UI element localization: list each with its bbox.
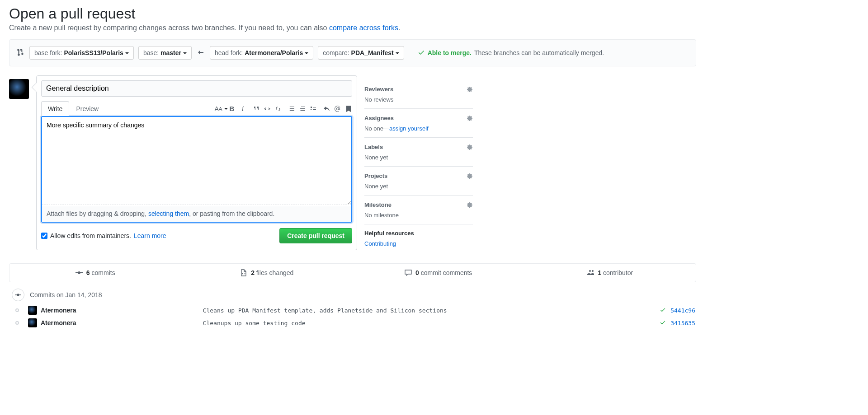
base-fork-select[interactable]: base fork: PolarisSS13/Polaris [29, 46, 134, 60]
page-container: Open a pull request Create a new pull re… [0, 5, 705, 338]
check-icon[interactable] [660, 319, 666, 327]
projects-title: Projects [364, 173, 387, 179]
description-wrap: Attach files by dragging & dropping, sel… [41, 116, 352, 223]
editor-tabbar: Write Preview AA B i [37, 101, 357, 116]
editor-tabs: Write Preview [41, 101, 105, 116]
compare-forks-link[interactable]: compare across forks [329, 24, 398, 32]
files-label: files changed [256, 269, 294, 276]
contrib-count: 1 [598, 269, 601, 276]
compare-branch-value: PDA_Manifest [351, 49, 394, 56]
commits-group-title: Commits on Jan 14, 2018 [30, 291, 102, 298]
sidebar-labels: Labels None yet [364, 138, 473, 167]
sidebar-reviewers: Reviewers No reviews [364, 80, 473, 109]
sidebar-assignees: Assignees No one—assign yourself [364, 109, 473, 138]
tasklist-icon[interactable] [310, 105, 317, 112]
chevron-down-icon [183, 52, 187, 54]
compare-branch-select[interactable]: compare: PDA_Manifest [318, 46, 404, 60]
tab-preview[interactable]: Preview [69, 101, 105, 116]
avatar[interactable] [9, 79, 29, 99]
milestone-title: Milestone [364, 201, 392, 208]
page-subtitle: Create a new pull request by comparing c… [9, 24, 696, 32]
gear-icon[interactable] [466, 85, 473, 93]
tab-write[interactable]: Write [41, 101, 69, 116]
contributing-link[interactable]: Contributing [364, 240, 396, 247]
code-icon[interactable] [264, 105, 271, 112]
helpful-title: Helpful resources [364, 230, 414, 237]
sidebar: Reviewers No reviews Assignees No one—as… [364, 75, 473, 252]
head-fork-select[interactable]: head fork: Atermonera/Polaris [210, 46, 313, 60]
pr-description-textarea[interactable] [42, 117, 351, 205]
link-icon[interactable] [274, 105, 282, 112]
merge-status: Able to merge. These branches can be aut… [418, 49, 604, 57]
reply-icon[interactable] [323, 105, 330, 112]
gear-icon[interactable] [466, 172, 473, 179]
compare-bar: base fork: PolarisSS13/Polaris base: mas… [9, 39, 696, 66]
timeline-dot-icon [15, 321, 19, 325]
assign-self-link[interactable]: assign yourself [389, 125, 429, 132]
page-title: Open a pull request [9, 5, 696, 22]
attachment-hint: Attach files by dragging & dropping, sel… [42, 206, 351, 222]
commit-row[interactable]: Atermonera Cleanups up some testing code… [9, 317, 696, 329]
commit-sha[interactable]: 5441c96 [670, 307, 695, 314]
subtitle-suffix: . [398, 24, 400, 32]
editor-column: Write Preview AA B i [36, 75, 357, 250]
editor-actions: Allow edits from maintainers. Learn more… [37, 223, 357, 250]
commit-author[interactable]: Atermonera [41, 319, 76, 326]
arrow-left-icon [196, 49, 205, 57]
commit-timeline-icon [12, 289, 24, 301]
commit-message[interactable]: Cleans up PDA Manifest template, adds Pl… [76, 307, 660, 314]
attach-suffix: , or pasting from the clipboard. [189, 210, 274, 217]
commit-author[interactable]: Atermonera [41, 307, 76, 314]
commits-section: Commits on Jan 14, 2018 Atermonera Clean… [9, 289, 696, 338]
assignees-prefix: No one— [364, 125, 389, 132]
gear-icon[interactable] [466, 114, 473, 121]
base-branch-value: master [160, 49, 181, 56]
head-fork-value: Atermonera/Polaris [245, 49, 303, 56]
chevron-down-icon [125, 52, 129, 54]
merge-status-text: Able to merge. [428, 49, 472, 56]
projects-body: None yet [364, 183, 473, 190]
avatar[interactable] [28, 318, 37, 327]
markdown-toolbar: AA B i [217, 105, 352, 112]
labels-title: Labels [364, 144, 383, 150]
text-size-icon[interactable]: AA [217, 105, 225, 112]
create-pr-button[interactable]: Create pull request [279, 228, 352, 243]
check-icon [418, 49, 425, 57]
attach-select-link[interactable]: selecting them [148, 210, 189, 217]
reference-icon[interactable] [345, 105, 352, 112]
check-icon[interactable] [660, 307, 666, 314]
files-count: 2 [251, 269, 255, 276]
ol-icon[interactable] [299, 105, 306, 112]
diffstat-commits[interactable]: 6 commits [9, 264, 181, 282]
diffstat-contributors[interactable]: 1 contributor [524, 264, 696, 282]
allow-edits-label: Allow edits from maintainers. [50, 232, 131, 239]
commit-message[interactable]: Cleanups up some testing code [76, 320, 660, 326]
ul-icon[interactable] [288, 105, 295, 112]
diffstat-comments[interactable]: 0 commit comments [353, 264, 524, 282]
assignees-body: No one—assign yourself [364, 125, 473, 132]
base-branch-select[interactable]: base: master [138, 46, 192, 60]
commits-group-header: Commits on Jan 14, 2018 [9, 289, 696, 301]
quote-icon[interactable] [253, 105, 260, 112]
base-fork-label: base fork: [34, 49, 64, 56]
reviewers-body: No reviews [364, 96, 473, 103]
avatar[interactable] [28, 306, 37, 315]
chevron-down-icon [396, 52, 399, 54]
learn-more-link[interactable]: Learn more [134, 232, 166, 239]
mention-icon[interactable] [334, 105, 341, 112]
commits-label: commits [92, 269, 115, 276]
diffstat-files[interactable]: 2 files changed [181, 264, 353, 282]
italic-icon[interactable]: i [239, 105, 246, 112]
allow-edits-checkbox[interactable] [41, 233, 47, 239]
allow-edits-row: Allow edits from maintainers. Learn more [41, 232, 166, 239]
gear-icon[interactable] [466, 143, 473, 150]
comments-count: 0 [415, 269, 419, 276]
pr-title-input[interactable] [41, 80, 352, 97]
commit-row[interactable]: Atermonera Cleans up PDA Manifest templa… [9, 304, 696, 317]
gear-icon[interactable] [466, 201, 473, 208]
bold-icon[interactable]: B [228, 105, 236, 112]
milestone-body: No milestone [364, 212, 473, 219]
commit-sha[interactable]: 3415635 [670, 320, 695, 326]
subtitle-prefix: Create a new pull request by comparing c… [9, 24, 329, 32]
base-branch-label: base: [143, 49, 160, 56]
